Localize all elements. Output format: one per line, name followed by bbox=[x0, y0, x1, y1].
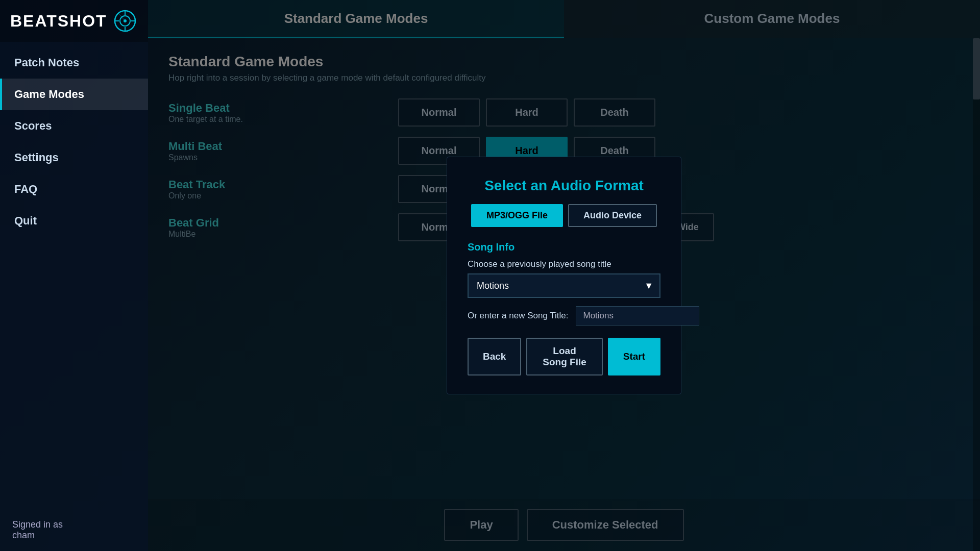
song-title-select[interactable]: Motions bbox=[468, 273, 660, 298]
signed-in-area: Signed in as cham bbox=[0, 509, 148, 551]
sidebar-item-quit[interactable]: Quit bbox=[0, 205, 148, 237]
sidebar-item-scores[interactable]: Scores bbox=[0, 110, 148, 142]
nav-menu: Patch Notes Game Modes Scores Settings F… bbox=[0, 42, 148, 509]
modal-buttons: Back Load Song File Start bbox=[468, 338, 660, 375]
format-buttons: MP3/OGG File Audio Device bbox=[468, 204, 660, 227]
back-button[interactable]: Back bbox=[468, 338, 521, 375]
mp3-ogg-button[interactable]: MP3/OGG File bbox=[471, 204, 563, 227]
start-button[interactable]: Start bbox=[608, 338, 660, 375]
new-song-row: Or enter a new Song Title: bbox=[468, 306, 660, 325]
modal-overlay: Select an Audio Format MP3/OGG File Audi… bbox=[148, 0, 980, 551]
load-song-button[interactable]: Load Song File bbox=[526, 338, 602, 375]
username: cham bbox=[12, 530, 35, 540]
new-song-input[interactable] bbox=[576, 306, 699, 325]
audio-device-button[interactable]: Audio Device bbox=[568, 204, 657, 227]
new-song-label: Or enter a new Song Title: bbox=[468, 311, 569, 321]
song-info-title: Song Info bbox=[468, 241, 660, 253]
song-info-section: Song Info Choose a previously played son… bbox=[468, 241, 660, 325]
sidebar-item-settings[interactable]: Settings bbox=[0, 142, 148, 173]
sidebar-item-patch-notes[interactable]: Patch Notes bbox=[0, 47, 148, 79]
logo-area: BEATSHOT bbox=[0, 0, 148, 42]
sidebar-item-game-modes[interactable]: Game Modes bbox=[0, 79, 148, 110]
audio-format-modal: Select an Audio Format MP3/OGG File Audi… bbox=[447, 157, 681, 394]
crosshair-icon bbox=[113, 9, 137, 33]
modal-title: Select an Audio Format bbox=[468, 178, 660, 194]
sidebar: BEATSHOT Patch Notes Game Modes Scores S… bbox=[0, 0, 148, 551]
song-select-label: Choose a previously played song title bbox=[468, 259, 660, 269]
sidebar-item-faq[interactable]: FAQ bbox=[0, 173, 148, 205]
song-select-wrapper: Motions ▼ bbox=[468, 273, 660, 298]
app-title: BEATSHOT bbox=[10, 12, 107, 31]
